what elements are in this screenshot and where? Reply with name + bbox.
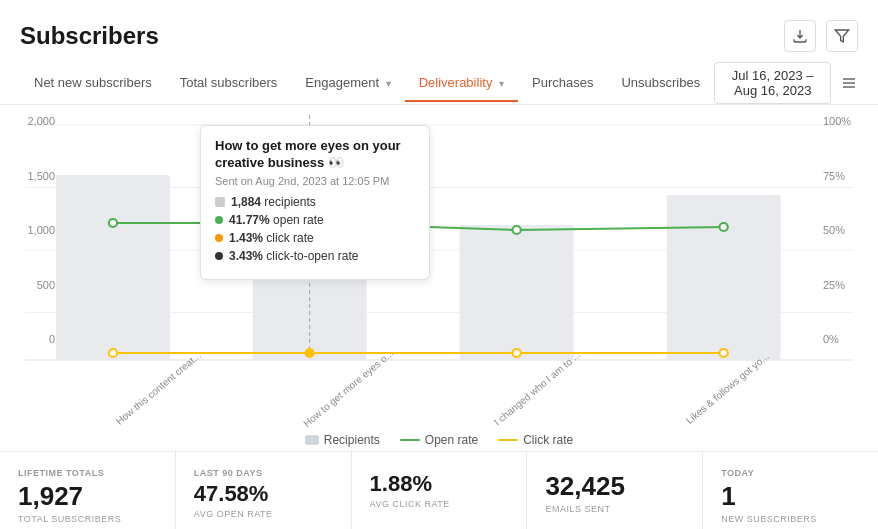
header: Subscribers [0,0,878,62]
download-icon [792,28,808,44]
chart-tooltip: How to get more eyes on your creative bu… [200,125,430,280]
stat-lifetime-label: LIFETIME TOTALS [18,468,157,478]
stat-emails-sent-label: EMAILS SENT [545,504,684,514]
tooltip-date: Sent on Aug 2nd, 2023 at 12:05 PM [215,175,415,187]
svg-marker-0 [835,30,848,42]
click-rate-dot [215,234,223,242]
open-rate-dot [215,216,223,224]
recipients-legend-label: Recipients [324,433,380,447]
recipients-legend-swatch [305,435,319,445]
stat-total-subscribers: LIFETIME TOTALS 1,927 TOTAL SUBSCRIBERS [0,452,176,529]
tooltip-row-open-rate: 41.77% open rate [215,213,415,227]
svg-rect-12 [667,195,781,360]
chart-area: 2,000 1,500 1,000 500 0 [0,105,878,425]
click-to-open-dot [215,252,223,260]
menu-button[interactable] [839,67,858,99]
stat-last-90-label: LAST 90 DAYS [194,468,333,478]
nav-tabs-left: Net new subscribers Total subscribers En… [20,65,714,101]
svg-rect-11 [460,225,574,360]
engagement-chevron-icon: ▾ [386,78,391,89]
legend-recipients: Recipients [305,433,380,447]
y-axis-left: 2,000 1,500 1,000 500 0 [20,115,55,345]
filter-button[interactable] [826,20,858,52]
stat-total-subscribers-value: 1,927 [18,482,157,511]
hamburger-icon [841,75,857,91]
download-button[interactable] [784,20,816,52]
svg-point-21 [719,349,727,357]
chart-legend: Recipients Open rate Click rate [0,425,878,451]
svg-rect-9 [56,175,170,360]
stat-open-rate: LAST 90 DAYS 47.58% AVG OPEN RATE [176,452,352,529]
legend-click-rate: Click rate [498,433,573,447]
nav-tabs: Net new subscribers Total subscribers En… [0,62,878,105]
svg-point-20 [512,349,520,357]
stat-click-rate-label: AVG CLICK RATE [370,499,509,509]
stat-emails-sent-value: 32,425 [545,472,684,501]
chart-svg [25,115,853,375]
tooltip-title: How to get more eyes on your creative bu… [215,138,415,172]
stats-footer: LIFETIME TOTALS 1,927 TOTAL SUBSCRIBERS … [0,451,878,529]
page: Subscribers Net new subscribers Total su… [0,0,878,529]
recipients-swatch [215,197,225,207]
stat-total-subscribers-label: TOTAL SUBSCRIBERS [18,514,157,524]
svg-point-16 [512,226,520,234]
tab-unsubscribes[interactable]: Unsubscribes [607,65,714,102]
stat-open-rate-value: 47.58% [194,482,333,506]
date-range-picker[interactable]: Jul 16, 2023 – Aug 16, 2023 [714,62,831,104]
svg-point-14 [109,219,117,227]
tooltip-row-click-to-open: 3.43% click-to-open rate [215,249,415,263]
x-axis-labels: How this content creat... How to get mor… [20,379,858,395]
stat-today-label: TODAY [721,468,860,478]
header-actions [784,20,858,52]
stat-open-rate-label: AVG OPEN RATE [194,509,333,519]
stat-click-rate: 1.88% AVG CLICK RATE [352,452,528,529]
stat-emails-sent: 32,425 EMAILS SENT [527,452,703,529]
tab-purchases[interactable]: Purchases [518,65,607,102]
y-axis-right: 100% 75% 50% 25% 0% [823,115,858,345]
svg-point-18 [109,349,117,357]
tab-net-new-subscribers[interactable]: Net new subscribers [20,65,166,102]
stat-new-subscribers-label: NEW SUBSCRIBERS [721,514,860,524]
svg-point-19 [305,349,313,357]
tab-deliverability[interactable]: Deliverability ▾ [405,65,518,102]
open-rate-legend-line [400,439,420,441]
stat-new-subscribers: TODAY 1 NEW SUBSCRIBERS [703,452,878,529]
deliverability-chevron-icon: ▾ [499,78,504,89]
tooltip-row-click-rate: 1.43% click rate [215,231,415,245]
tab-total-subscribers[interactable]: Total subscribers [166,65,292,102]
stat-new-subscribers-value: 1 [721,482,860,511]
svg-point-17 [719,223,727,231]
date-range-section: Jul 16, 2023 – Aug 16, 2023 [714,62,858,104]
click-rate-legend-line [498,439,518,441]
stat-click-rate-value: 1.88% [370,472,509,496]
click-rate-legend-label: Click rate [523,433,573,447]
tooltip-row-recipients: 1,884 recipients [215,195,415,209]
filter-icon [834,28,850,44]
tab-engagement[interactable]: Engagement ▾ [291,65,404,102]
page-title: Subscribers [20,22,159,50]
